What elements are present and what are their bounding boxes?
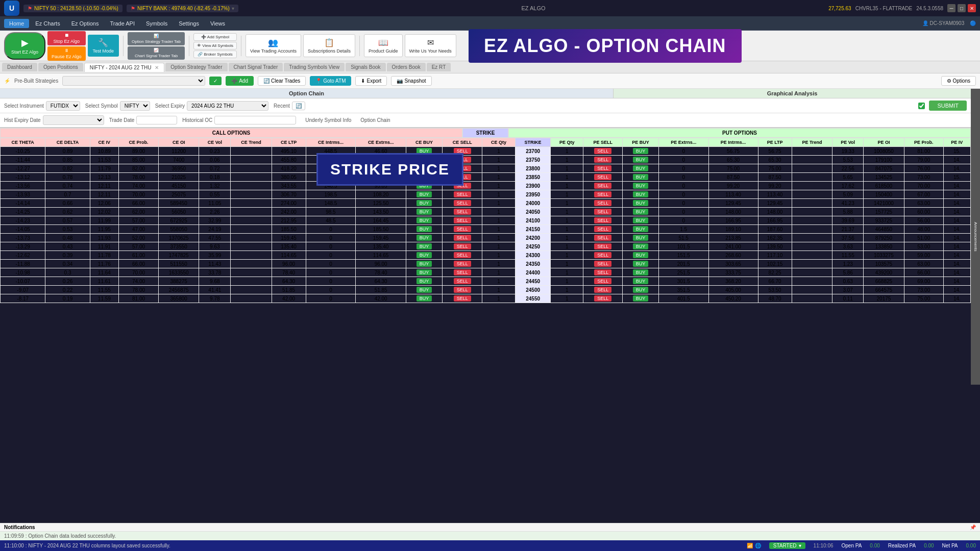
pe-buy-button[interactable]: BUY [633, 261, 649, 267]
expiry-select[interactable]: 2024 AUG 22 THU [187, 101, 268, 111]
pause-ez-algo-button[interactable]: ⏸ Pause Ez Algo [47, 46, 86, 61]
ce-buy-button[interactable]: BUY [416, 200, 432, 206]
stop-ez-algo-button[interactable]: ⏹ Stop Ez Algo [47, 31, 86, 45]
ce-sell-button[interactable]: SELL [454, 191, 471, 197]
recent-button[interactable]: 🔄 [292, 102, 305, 110]
menu-ez-options[interactable]: Ez Options [66, 19, 104, 28]
pe-buy-button[interactable]: BUY [633, 165, 649, 171]
minimize-button[interactable]: ─ [947, 4, 955, 12]
pe-sell-button[interactable]: SELL [594, 183, 611, 189]
tab-trading-symbols[interactable]: Trading Symbols View [284, 63, 345, 71]
pe-buy-button[interactable]: BUY [633, 174, 649, 180]
broker-symbols-button[interactable]: 🔗 Broker Symbols [193, 51, 237, 58]
ce-buy-button[interactable]: BUY [416, 278, 432, 284]
check-strategy-button[interactable]: ✓ [209, 77, 222, 85]
started-badge[interactable]: STARTED ▾ [769, 542, 805, 549]
add-strategy-button[interactable]: ➕ Add [226, 76, 254, 86]
ce-buy-button[interactable]: BUY [416, 243, 432, 249]
pe-buy-button[interactable]: BUY [633, 191, 649, 197]
subscriptions-button[interactable]: 📋 Subscriptions Details [303, 34, 355, 57]
pe-buy-button[interactable]: BUY [633, 200, 649, 206]
ce-sell-button[interactable]: SELL [454, 235, 471, 241]
pe-buy-button[interactable]: BUY [633, 157, 649, 163]
ce-sell-button[interactable]: SELL [454, 200, 471, 206]
pe-sell-button[interactable]: SELL [594, 287, 611, 293]
pe-buy-button[interactable]: BUY [633, 295, 649, 302]
instrument-select[interactable]: FUTIDX [46, 101, 80, 111]
pe-buy-button[interactable]: BUY [633, 226, 649, 232]
ce-buy-button[interactable]: BUY [416, 252, 432, 258]
menu-home[interactable]: Home [4, 19, 29, 28]
menu-views[interactable]: Views [205, 19, 230, 28]
pe-buy-button[interactable]: BUY [633, 183, 649, 189]
strategy-select[interactable] [62, 76, 205, 86]
tab-chart-signal[interactable]: Chart Signal Trader [229, 63, 283, 71]
pe-sell-button[interactable]: SELL [594, 165, 611, 171]
ce-buy-button[interactable]: BUY [416, 191, 432, 197]
menu-ez-charts[interactable]: Ez Charts [30, 19, 65, 28]
ce-buy-button[interactable]: BUY [416, 209, 432, 215]
tab-signals-book[interactable]: Signals Book [346, 63, 385, 71]
ce-sell-button[interactable]: SELL [454, 287, 471, 293]
pe-sell-button[interactable]: SELL [594, 226, 611, 232]
tab-open-positions[interactable]: Open Positions [38, 63, 83, 71]
pe-sell-button[interactable]: SELL [594, 191, 611, 197]
chart-signal-button[interactable]: 📈 Chart Signal Trader Tab [128, 46, 185, 60]
ce-sell-button[interactable]: SELL [454, 217, 471, 223]
pe-sell-button[interactable]: SELL [594, 295, 611, 302]
menu-trade-api[interactable]: Trade API [105, 19, 140, 28]
goto-atm-button[interactable]: 📍 Goto ATM [310, 76, 351, 86]
ce-buy-button[interactable]: BUY [416, 287, 432, 293]
pe-sell-button[interactable]: SELL [594, 261, 611, 267]
pe-buy-button[interactable]: BUY [633, 269, 649, 276]
menu-symbols[interactable]: Symbols [141, 19, 173, 28]
option-strategy-button[interactable]: 📊 Option Strategy Trader Tab [128, 32, 185, 45]
ce-sell-button[interactable]: SELL [454, 278, 471, 284]
pe-sell-button[interactable]: SELL [594, 209, 611, 215]
pe-buy-button[interactable]: BUY [633, 243, 649, 249]
test-mode-button[interactable]: 🔧 Test Mode [88, 35, 119, 57]
ce-buy-button[interactable]: BUY [416, 217, 432, 223]
maximize-button[interactable]: □ [958, 4, 966, 12]
pe-buy-button[interactable]: BUY [633, 209, 649, 215]
pe-sell-button[interactable]: SELL [594, 269, 611, 276]
tab-option-strategy[interactable]: Option Strategy Trader [165, 63, 227, 71]
pe-sell-button[interactable]: SELL [594, 200, 611, 206]
ce-buy-button[interactable]: BUY [416, 295, 432, 302]
pe-sell-button[interactable]: SELL [594, 157, 611, 163]
pe-buy-button[interactable]: BUY [633, 252, 649, 258]
pe-buy-button[interactable]: BUY [633, 235, 649, 241]
menu-settings[interactable]: Settings [174, 19, 204, 28]
pe-sell-button[interactable]: SELL [594, 174, 611, 180]
pe-buy-button[interactable]: BUY [633, 148, 649, 154]
ce-sell-button[interactable]: SELL [454, 295, 471, 302]
symbol-select[interactable]: NIFTY [120, 101, 150, 111]
product-guide-button[interactable]: 📖 Product Guide [364, 34, 403, 57]
pe-sell-button[interactable]: SELL [594, 148, 611, 154]
trade-date-input[interactable] [136, 116, 177, 124]
clear-trades-button[interactable]: 🔄 Clear Trades [258, 76, 306, 86]
tab-close-nifty[interactable]: ✕ [155, 65, 159, 70]
pe-sell-button[interactable]: SELL [594, 252, 611, 258]
ce-sell-button[interactable]: SELL [454, 209, 471, 215]
view-trading-button[interactable]: 👥 View Trading Accounts [246, 34, 301, 57]
pe-buy-button[interactable]: BUY [633, 217, 649, 223]
close-button[interactable]: ✕ [968, 4, 976, 12]
ce-sell-button[interactable]: SELL [454, 252, 471, 258]
pe-buy-button[interactable]: BUY [633, 287, 649, 293]
ce-sell-button[interactable]: SELL [454, 243, 471, 249]
pe-buy-button[interactable]: BUY [633, 278, 649, 284]
write-us-button[interactable]: ✉ Write Us Your Needs [405, 34, 456, 57]
pe-sell-button[interactable]: SELL [594, 217, 611, 223]
tab-nifty[interactable]: NIFTY - 2024 AUG 22 THU ✕ [84, 63, 165, 72]
option-table-container[interactable]: CE THETA CE DELTA CE IV CE Prob. CE OI C… [0, 138, 971, 385]
hist-oc-input[interactable] [214, 116, 296, 124]
ce-sell-button[interactable]: SELL [454, 261, 471, 267]
ce-buy-button[interactable]: BUY [416, 269, 432, 276]
pe-sell-button[interactable]: SELL [594, 235, 611, 241]
options-button[interactable]: ⚙ Options [941, 76, 976, 86]
ce-buy-button[interactable]: BUY [416, 235, 432, 241]
ce-buy-button[interactable]: BUY [416, 226, 432, 232]
hist-expiry-select[interactable] [43, 115, 104, 125]
view-all-symbols-button[interactable]: 👁 View All Symbols [193, 42, 237, 49]
